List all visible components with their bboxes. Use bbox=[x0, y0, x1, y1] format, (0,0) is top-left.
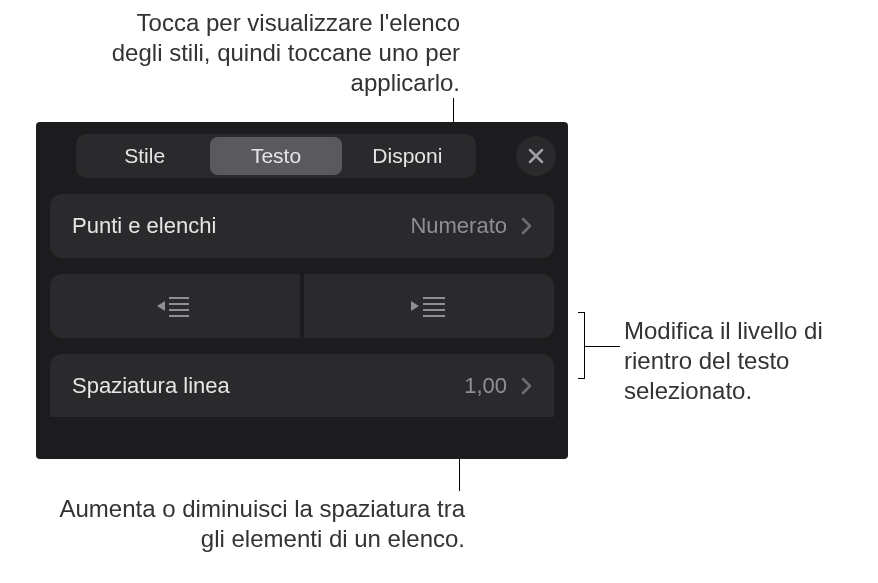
line-spacing-value: 1,00 bbox=[464, 372, 507, 400]
outdent-button[interactable] bbox=[50, 274, 300, 338]
close-icon bbox=[528, 148, 544, 164]
outdent-icon bbox=[157, 294, 193, 318]
format-panel: Stile Testo Disponi Punti e elenchi Nume… bbox=[36, 122, 568, 459]
annotation-styles-list: Tocca per visualizzare l'elenco degli st… bbox=[80, 8, 460, 98]
tab-text[interactable]: Testo bbox=[210, 137, 341, 175]
callout-line bbox=[578, 378, 585, 379]
svg-marker-6 bbox=[411, 301, 419, 311]
annotation-indent-level: Modifica il livello di rientro del testo… bbox=[624, 316, 864, 406]
bullets-lists-row[interactable]: Punti e elenchi Numerato bbox=[50, 194, 554, 258]
callout-line bbox=[578, 312, 585, 313]
bullets-lists-label: Punti e elenchi bbox=[72, 212, 410, 240]
callout-line bbox=[584, 312, 585, 346]
chevron-right-icon bbox=[521, 377, 532, 395]
close-button[interactable] bbox=[516, 136, 556, 176]
segmented-control: Stile Testo Disponi bbox=[76, 134, 476, 178]
bullets-lists-value: Numerato bbox=[410, 212, 507, 240]
indent-icon bbox=[411, 294, 447, 318]
indent-button[interactable] bbox=[304, 274, 554, 338]
callout-line bbox=[584, 346, 620, 347]
line-spacing-label: Spaziatura linea bbox=[72, 372, 464, 400]
callout-line bbox=[584, 346, 585, 378]
annotation-line-spacing: Aumenta o diminuisci la spaziatura tra g… bbox=[55, 494, 465, 554]
line-spacing-row[interactable]: Spaziatura linea 1,00 bbox=[50, 354, 554, 418]
tab-style[interactable]: Stile bbox=[79, 137, 210, 175]
chevron-right-icon bbox=[521, 217, 532, 235]
panel-toolbar: Stile Testo Disponi bbox=[36, 134, 568, 178]
svg-marker-5 bbox=[157, 301, 165, 311]
tab-arrange[interactable]: Disponi bbox=[342, 137, 473, 175]
indent-buttons-row bbox=[50, 274, 554, 338]
callout-line bbox=[459, 459, 460, 491]
